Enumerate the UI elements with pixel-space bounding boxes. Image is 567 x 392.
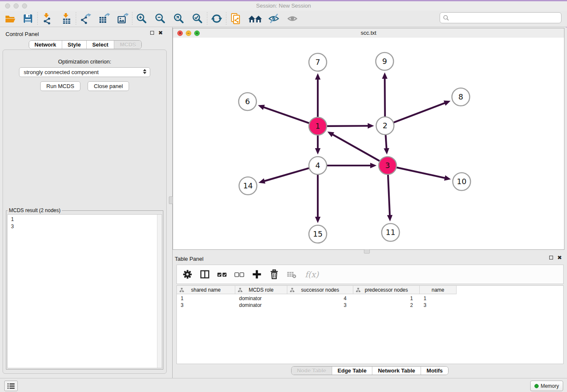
network-graph: 7968124314101511 [173, 38, 564, 249]
import-table-icon [61, 13, 72, 25]
graph-edge-arrowhead [443, 100, 450, 105]
hide-selected-button[interactable] [268, 13, 280, 25]
control-panel-close-button[interactable]: ✖ [158, 31, 163, 35]
gear-icon [182, 269, 193, 280]
refresh-layout-button[interactable] [211, 13, 223, 25]
show-all-button[interactable] [286, 13, 298, 25]
table-cell: dominator [235, 302, 287, 308]
main-area: Control Panel ✖ NetworkStyleSelectMCDS O… [0, 27, 567, 378]
table-settings-button[interactable] [182, 269, 193, 280]
window-titlebar: Session: New Session [0, 1, 567, 11]
graph-edge-arrowhead [315, 148, 321, 155]
mcds-result-list[interactable]: 13 [8, 215, 157, 368]
graph-node-label: 9 [382, 57, 387, 66]
graph-edge-arrowhead [382, 72, 388, 79]
graph-edge-arrowhead [370, 163, 377, 168]
graph-edge-2-9[interactable] [385, 77, 385, 116]
table-body: 1dominator4113dominator323 [177, 295, 563, 309]
graph-edge-3-10[interactable] [396, 168, 446, 178]
column-header-name[interactable]: name [420, 286, 457, 294]
clone-network-icon [230, 13, 242, 25]
export-image-icon [117, 13, 129, 25]
import-network-button[interactable] [41, 13, 53, 25]
clone-network-button[interactable] [230, 13, 242, 25]
export-image-button[interactable] [117, 13, 129, 25]
zoom-out-button[interactable] [154, 13, 166, 25]
tab-network-table[interactable]: Network Table [372, 367, 421, 375]
table-row[interactable]: 3dominator323 [177, 302, 563, 309]
node-table: shared nameMCDS rolesuccessor nodesprede… [176, 285, 564, 364]
fx-icon: f(x) [305, 270, 319, 279]
control-panel-float-button[interactable] [150, 31, 154, 35]
graph-edge-3-11[interactable] [388, 175, 390, 216]
tab-network[interactable]: Network [29, 41, 62, 49]
graph-edge-arrowhead [258, 105, 265, 110]
column-header-successor-nodes[interactable]: successor nodes [287, 286, 353, 294]
table-panel-close-button[interactable]: ✖ [557, 256, 562, 260]
deselect-all-icon [234, 269, 245, 280]
graph-edge-arrowhead [368, 123, 374, 129]
tab-mcds[interactable]: MCDS [114, 41, 141, 49]
function-builder-button[interactable]: f(x) [303, 269, 320, 280]
tab-style[interactable]: Style [62, 41, 86, 49]
deselect-all-columns-button[interactable] [234, 269, 245, 280]
export-network-button[interactable] [80, 13, 91, 25]
graph-edge-1-2[interactable] [327, 126, 369, 126]
zoom-fit-button[interactable] [173, 13, 185, 25]
optimization-criterion-dropdown[interactable]: strongly connected component [19, 67, 150, 77]
network-canvas[interactable]: 7968124314101511 [173, 38, 564, 249]
import-network-icon [41, 13, 53, 25]
toolbar-separator [207, 12, 207, 25]
column-type-icon [238, 288, 242, 293]
task-history-button[interactable] [4, 381, 18, 391]
plus-icon [251, 269, 262, 280]
column-header-label: successor nodes [301, 287, 339, 293]
zoom-selected-button[interactable] [192, 13, 204, 25]
zoom-in-icon [136, 13, 148, 25]
delete-table-button[interactable] [286, 269, 297, 280]
table-panel: Table Panel ✖ [173, 253, 567, 378]
column-layout-button[interactable] [199, 269, 210, 280]
home-view-button[interactable] [248, 13, 264, 25]
mcds-result-box: MCDS result (2 nodes) 13 [6, 207, 163, 370]
graph-edge-arrowhead [387, 215, 393, 221]
open-session-button[interactable] [4, 13, 16, 25]
mcds-result-scrollbar[interactable] [157, 215, 162, 368]
import-table-button[interactable] [61, 13, 72, 25]
add-column-button[interactable] [251, 269, 262, 280]
graph-edge-4-14[interactable] [263, 168, 308, 181]
graph-edge-1-6[interactable] [263, 107, 309, 123]
graph-edge-3-1[interactable] [332, 134, 380, 161]
search-icon [443, 15, 449, 21]
column-header-MCDS-role[interactable]: MCDS role [235, 286, 287, 294]
close-panel-button[interactable]: Close panel [88, 81, 129, 91]
column-header-shared-name[interactable]: shared name [177, 286, 235, 294]
select-all-columns-button[interactable] [217, 269, 228, 280]
column-header-label: shared name [191, 287, 220, 293]
column-type-icon [356, 288, 361, 293]
column-type-icon [179, 288, 184, 293]
toolbar-separator [76, 12, 76, 25]
memory-label: Memory [541, 383, 559, 389]
export-table-button[interactable] [98, 13, 110, 25]
home-icon [248, 13, 264, 25]
table-row[interactable]: 1dominator411 [177, 295, 563, 302]
save-session-button[interactable] [22, 13, 34, 25]
tab-motifs[interactable]: Motifs [421, 367, 448, 375]
column-header-predecessor-nodes[interactable]: predecessor nodes [353, 286, 420, 294]
tab-node-table[interactable]: Node Table [292, 367, 332, 375]
zoom-in-button[interactable] [136, 13, 148, 25]
tab-edge-table[interactable]: Edge Table [332, 367, 372, 375]
delete-column-button[interactable] [269, 269, 280, 280]
tab-select[interactable]: Select [86, 41, 114, 49]
graph-node-label: 2 [383, 121, 387, 130]
search-input[interactable] [451, 13, 561, 22]
graph-edge-2-3[interactable] [385, 135, 386, 149]
graph-node-label: 11 [386, 228, 396, 237]
mcds-result-item: 3 [11, 223, 157, 230]
graph-edge-2-8[interactable] [394, 102, 446, 122]
table-panel-float-button[interactable] [549, 256, 553, 259]
table-cell: 2 [353, 302, 420, 308]
memory-button[interactable]: Memory [530, 381, 563, 391]
run-mcds-button[interactable]: Run MCDS [40, 81, 81, 91]
